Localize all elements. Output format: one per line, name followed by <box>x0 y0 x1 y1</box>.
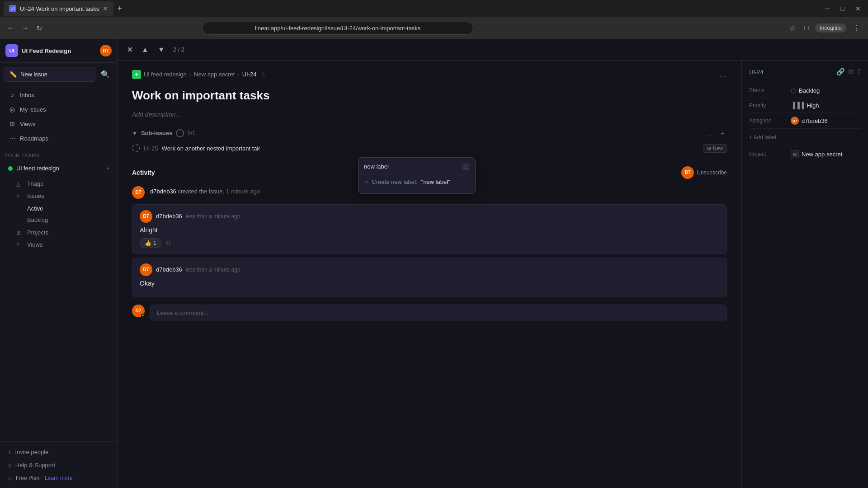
my-issues-icon: ◎ <box>8 105 16 113</box>
create-label-value: "new label" <box>421 178 450 185</box>
browser-toolbar: ☆ □ Incognito ⋮ <box>787 22 863 34</box>
team-views-icon: ≡ <box>16 242 24 248</box>
sidebar-item-my-issues[interactable]: ◎ My issues <box>4 102 113 117</box>
minimize-button[interactable]: ─ <box>822 3 834 14</box>
learn-more-link[interactable]: Learn more <box>45 475 72 481</box>
thumbs-up-reaction[interactable]: 👍 1 <box>140 238 161 248</box>
address-bar[interactable]: linear.app/ui-feed-redesign/issue/UI-24/… <box>202 22 473 35</box>
sub-issue-row: UI-25 Work on another nested important t… <box>132 141 727 155</box>
help-label: Help & Support <box>15 462 55 469</box>
reaction-count: 1 <box>153 240 156 246</box>
prev-issue-button[interactable]: ▲ <box>139 44 151 56</box>
link-icon[interactable]: 🔗 <box>836 68 845 76</box>
sidebar-item-active[interactable]: Active <box>4 203 113 214</box>
project-label: Project <box>749 151 785 157</box>
sub-issues-section: ▼ Sub-issues 0/1 … + UI-25 Work on anoth… <box>132 129 727 155</box>
search-icon: 🔍 <box>101 70 110 78</box>
project-title: UI Feed Redesign <box>22 47 96 54</box>
incognito-badge[interactable]: Incognito <box>815 23 846 33</box>
comment-header-0: D7 d7bdeb36 less than a minute ago <box>140 210 719 223</box>
roadmaps-icon: ⋯ <box>8 134 16 142</box>
help-support-button[interactable]: ○ Help & Support <box>4 459 113 472</box>
sidebar-item-roadmaps[interactable]: ⋯ Roadmaps <box>4 131 113 145</box>
close-issue-button[interactable]: ✕ <box>125 43 135 56</box>
tab-close-button[interactable]: ✕ <box>103 5 108 12</box>
status-text: Backlog <box>799 87 820 94</box>
search-button[interactable]: 🔍 <box>97 66 113 82</box>
invite-people-button[interactable]: + Invite people <box>4 446 113 459</box>
create-label-text: Create new label: <box>372 178 417 185</box>
sidebar-item-views[interactable]: ⊞ Views <box>4 117 113 131</box>
tab-bar: UI UI-24 Work on important tasks ✕ + ─ □… <box>0 0 868 17</box>
user-avatar[interactable]: D7 <box>100 45 112 56</box>
invite-icon: + <box>8 449 12 455</box>
breadcrumb-star-button[interactable]: ☆ <box>261 71 266 78</box>
sub-issue-id: UI-25 <box>144 145 158 152</box>
create-label-icon: + <box>364 178 368 186</box>
add-label-button[interactable]: + Add label <box>749 132 776 142</box>
issues-icon: ○ <box>16 193 24 199</box>
assignee-field: Assignee D7 d7bdeb36 <box>749 113 861 129</box>
side-panel-icon[interactable]: □ <box>802 22 812 34</box>
plan-label: Free Plan <box>16 475 39 481</box>
browser-more-icon[interactable]: ⋮ <box>850 22 863 34</box>
sidebar-footer: + Invite people ○ Help & Support ◇ Free … <box>0 441 117 488</box>
activity-log-text: d7bdeb36 created the issue. 1 minute ago <box>150 186 260 195</box>
comment-avatar-0: D7 <box>140 210 152 223</box>
maximize-button[interactable]: □ <box>837 3 848 14</box>
issue-toolbar: ✕ ▲ ▼ 2 / 2 <box>118 39 868 61</box>
browser-chrome: UI UI-24 Work on important tasks ✕ + ─ □… <box>0 0 868 39</box>
sub-issues-add-button[interactable]: + <box>718 129 727 138</box>
sidebar-item-backlog[interactable]: Backlog <box>4 214 113 225</box>
new-tab-button[interactable]: + <box>117 4 122 14</box>
add-reaction-button[interactable]: ☺ <box>165 239 172 247</box>
sidebar-item-triage[interactable]: △ Triage <box>4 178 113 190</box>
next-issue-button[interactable]: ▼ <box>155 44 168 56</box>
sub-issues-progress-circle <box>176 129 184 137</box>
sidebar-item-inbox[interactable]: ○ Inbox <box>4 88 113 102</box>
browser-tab[interactable]: UI UI-24 Work on important tasks ✕ <box>4 1 113 16</box>
forward-button[interactable]: → <box>20 22 31 34</box>
assignee-label: Assignee <box>749 117 785 124</box>
sub-issue-title[interactable]: Work on another nested important tak <box>162 145 699 152</box>
label-dropdown[interactable]: new label L + Create new label: "new lab… <box>358 157 476 194</box>
tab-title: UI-24 Work on important tasks <box>20 5 99 12</box>
back-button[interactable]: ← <box>5 22 16 34</box>
assignee-value[interactable]: D7 d7bdeb36 <box>791 117 828 125</box>
sidebar-item-team-views[interactable]: ≡ Views <box>4 239 113 251</box>
sidebar-item-issues[interactable]: ○ Issues <box>4 190 113 202</box>
status-value[interactable]: ◌ Backlog <box>791 87 820 94</box>
team-status-dot <box>8 166 13 171</box>
refresh-button[interactable]: ↻ <box>34 22 44 34</box>
team-nav: Ui feed redesign ▾ <box>0 160 117 177</box>
project-value[interactable]: ⊞ New app secret <box>791 150 842 158</box>
new-issue-button[interactable]: ✏️ New issue <box>4 67 95 82</box>
unsubscribe-button[interactable]: D7 Unsubscribe <box>681 166 727 179</box>
comment-input-row: D7 Leave a comment... <box>132 305 727 321</box>
label-search-text[interactable]: new label <box>364 163 389 170</box>
sub-issue-status-icon <box>132 144 140 152</box>
close-window-button[interactable]: ✕ <box>852 3 864 14</box>
views-icon: ⊞ <box>8 120 16 128</box>
create-label-option[interactable]: + Create new label: "new label" <box>359 174 475 190</box>
comment-card-1: D7 d7bdeb36 less than a minute ago Okay <box>132 258 727 297</box>
sub-issues-more-button[interactable]: … <box>704 129 716 138</box>
sidebar-item-projects[interactable]: ⊞ Projects <box>4 226 113 239</box>
copy-icon[interactable]: ⧉ <box>849 68 854 76</box>
comment-user-1: d7bdeb36 <box>156 266 182 273</box>
team-item-ui-feed[interactable]: Ui feed redesign ▾ <box>4 162 113 175</box>
issue-counter: 2 / 2 <box>173 46 184 53</box>
comment-input[interactable]: Leave a comment... <box>150 305 727 321</box>
bookmark-icon[interactable]: ☆ <box>787 22 798 34</box>
assignee-avatar: D7 <box>791 117 799 125</box>
share-icon[interactable]: ⤴ <box>857 68 861 76</box>
issue-title[interactable]: Work on important tasks <box>132 88 727 103</box>
comment-user-0: d7bdeb36 <box>156 213 182 220</box>
invite-label: Invite people <box>15 449 49 455</box>
priority-value[interactable]: ▐▐▐ High <box>791 102 819 109</box>
issue-description-placeholder[interactable]: Add description... <box>132 111 727 118</box>
breadcrumb-section-link[interactable]: New app secret <box>194 71 235 78</box>
breadcrumb-more-button[interactable]: … <box>719 70 727 79</box>
sub-issues-toggle[interactable]: ▼ <box>132 130 137 136</box>
breadcrumb-project-link[interactable]: Ui feed redesign <box>144 71 187 78</box>
